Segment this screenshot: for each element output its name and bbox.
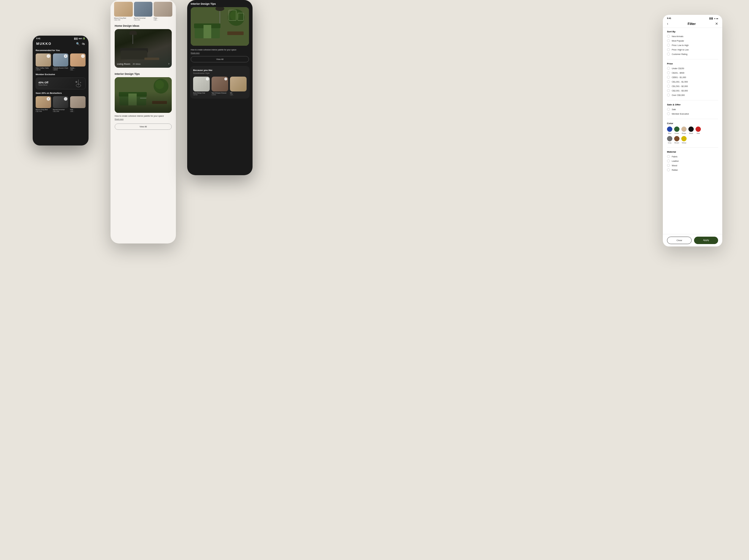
color-swatch-beige[interactable]: Beige [681,127,687,134]
sale-option[interactable]: Sale [667,108,718,111]
radio-button[interactable] [667,52,670,55]
product-card[interactable]: Mason King Bed C$2,499 [114,2,133,21]
material-option[interactable]: Fabric [667,155,718,158]
heart-icon[interactable]: ♡ [81,54,85,58]
bs-product-card[interactable]: Petr... C$5... [70,96,86,112]
price-option[interactable]: Over C$3,000 [667,93,718,96]
bs-product-card[interactable]: ♡ Barrett Armchair C$1,099 [53,96,68,112]
radio-button[interactable] [667,112,670,115]
price-option[interactable]: C$2,001 - $3,000 [667,89,718,92]
price-option[interactable]: C$1,501 - $2,000 [667,85,718,88]
radio-button[interactable] [667,76,670,79]
cart-icon[interactable]: 🛍 [82,42,85,45]
pd2-read-more[interactable]: Read more [191,52,249,54]
living-room-card[interactable]: Living Room 20 ideas › [115,29,172,68]
color-circle-red[interactable] [696,127,701,132]
color-swatch-brown[interactable]: Brown [674,136,680,144]
read-more-link[interactable]: Read more [115,118,172,120]
color-swatch-grey[interactable]: Grey [667,136,672,144]
radio-button[interactable] [667,169,670,171]
pd2-view-all-button[interactable]: View All [191,56,249,62]
pd2-tip-card[interactable] [191,7,249,46]
radio-button[interactable] [667,85,670,88]
color-circle-beige[interactable] [681,127,687,132]
radio-button[interactable] [667,35,670,38]
color-circle-yellow[interactable] [681,136,687,141]
color-circle-green[interactable] [674,127,680,132]
heart-icon[interactable]: ♡ [224,77,227,81]
price-section: Price Under C$150 C$151 - $500 C$501 - $… [667,62,718,96]
color-circle-blue[interactable] [667,127,672,132]
bp-product-card[interactable]: ♡ Dune Dining Chair C$499 [193,76,210,96]
product-card[interactable]: ♥ Celeste Accent Chair C$899 [53,53,68,71]
color-circle-grey[interactable] [667,136,672,141]
sale-label: Member Executive [672,113,689,115]
radio-button[interactable] [667,71,670,74]
radio-button[interactable] [667,80,670,83]
color-swatch-blue[interactable]: Blue [667,127,672,134]
product-card[interactable]: Pete... C$5... [154,2,172,21]
heart-icon[interactable]: ♡ [206,77,209,81]
sort-option[interactable]: New Arrivals [667,35,718,38]
heart-icon[interactable]: ♥ [64,54,67,58]
price-option[interactable]: C$151 - $500 [667,71,718,74]
bp-product-image [230,76,247,91]
color-swatch-red[interactable]: Red [696,127,701,134]
heart-icon[interactable]: ♥ [47,97,50,100]
sort-option[interactable]: Customer Rating [667,52,718,55]
interior-tips-title: Interior Design Tips [115,72,172,75]
back-button[interactable]: ‹ [667,22,668,26]
sort-option[interactable]: Price: Low to High [667,44,718,47]
living-room-count: 20 ideas [132,63,140,65]
color-grid: Blue Green Beige Black Red [667,127,718,134]
sort-option[interactable]: Price: High to Low [667,48,718,51]
radio-button[interactable] [667,93,670,96]
color-circle-brown[interactable] [674,136,680,141]
radio-button[interactable] [667,39,670,42]
sale-title: Sale & Offer [667,103,718,106]
material-option[interactable]: Rattan [667,169,718,171]
search-icon[interactable]: 🔍 [76,42,80,45]
radio-button[interactable] [667,159,670,162]
product-card[interactable]: Barrett Armchair C$1,099 [134,2,153,21]
radio-button[interactable] [667,108,670,111]
material-option[interactable]: Wood [667,164,718,167]
member-banner[interactable]: 40% Off Home Decor [36,77,86,89]
sort-option[interactable]: Most Popular [667,39,718,42]
bs-product-card[interactable]: ♥ Mason King Bed C$2,499 [36,96,51,112]
color-swatch-yellow[interactable]: Yellow [681,136,687,144]
color-swatch-green[interactable]: Green [674,127,680,134]
fp-wifi-icon: ▲ [714,18,716,19]
header-icons[interactable]: 🔍 🛍 [76,42,85,45]
radio-button[interactable] [667,89,670,92]
price-option[interactable]: C$501 - $1,000 [667,76,718,79]
heart-icon[interactable]: ♡ [47,54,50,58]
price-option[interactable]: Under C$150 [667,67,718,70]
color-grid-row2: Grey Brown Yellow [667,136,718,144]
view-all-button[interactable]: View All [115,124,172,130]
material-option[interactable]: Leather [667,159,718,162]
filter-body[interactable]: Sort By New Arrivals Most Popular Price:… [663,28,722,234]
color-swatch-black[interactable]: Black [688,127,694,134]
heart-icon[interactable]: ♡ [64,97,67,100]
bp-product-card[interactable]: Wil... C$9... [230,76,247,96]
price-option[interactable]: C$1,001 - $1,500 [667,80,718,83]
pd2-view-all-container: View All [187,55,253,66]
sale-option[interactable]: Member Executive [667,112,718,115]
tip-card[interactable] [115,77,172,113]
color-name-beige: Beige [682,132,686,134]
battery-icon: 🔋 [83,38,85,40]
radio-button[interactable] [667,48,670,51]
apply-button[interactable]: Apply [694,237,718,244]
close-button[interactable]: ✕ [715,22,718,26]
color-circle-black[interactable] [688,127,694,132]
product-card[interactable]: ♡ Silas Coffee Table C$599 [36,53,51,71]
radio-button[interactable] [667,44,670,47]
radio-button[interactable] [667,155,670,158]
fp-nav: ‹ Filter ✕ [663,21,722,28]
radio-button[interactable] [667,164,670,167]
clear-button[interactable]: Clear [667,237,692,244]
product-card[interactable]: ♡ Adele... C$1... [70,53,86,71]
radio-button[interactable] [667,67,670,70]
bp-product-card[interactable]: ♡ Tate 8-Drawer Dresser C$899 [212,76,228,96]
